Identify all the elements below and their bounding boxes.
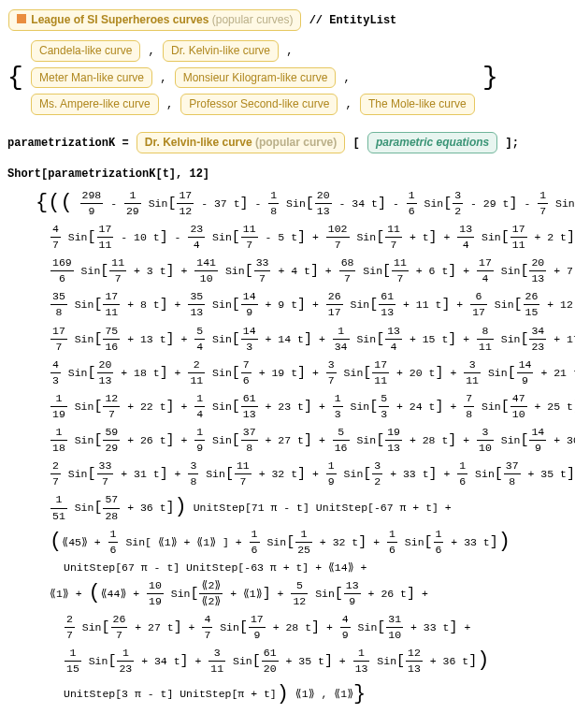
short-call: Short[parametrizationK[t], 12] bbox=[7, 167, 568, 182]
math-line: UnitStep[67 π - t] UnitStep[-63 π + t] +… bbox=[7, 561, 568, 575]
math-line: 47 Sin[1711 - 10 t] - 234 Sin[117 - 5 t]… bbox=[7, 222, 568, 253]
entity-item[interactable]: Dr. Kelvin-like curve bbox=[163, 40, 279, 62]
entity-class-pill[interactable]: League of SI Superheroes curves (popular… bbox=[8, 9, 301, 31]
math-line: {(( 2989 - 129 Sin[1712 - 37 t] - 18 Sin… bbox=[7, 188, 568, 219]
math-line: UnitStep[3 π - t] UnitStep[π + t]) ⟪1⟫ ,… bbox=[7, 680, 568, 709]
math-line: 177 Sin[7516 + 13 t] + 54 Sin[143 + 14 t… bbox=[7, 324, 568, 355]
open-brace: { bbox=[7, 59, 23, 95]
assignment-line: parametrizationK = Dr. Kelvin-like curve… bbox=[7, 130, 568, 155]
math-line: 43 Sin[2013 + 18 t] + 211 Sin[76 + 19 t]… bbox=[7, 357, 568, 388]
math-line: 118 Sin[5929 + 26 t] + 19 Sin[378 + 27 t… bbox=[7, 425, 568, 456]
entity-item[interactable]: Professor Second-like curve bbox=[180, 94, 338, 115]
math-line: 119 Sin[127 + 22 t] + 14 Sin[6113 + 23 t… bbox=[7, 391, 568, 422]
entity-list-suffix: // EntityList bbox=[309, 14, 397, 27]
entity-icon bbox=[17, 14, 26, 23]
entity-class-label: League of SI Superheroes curves bbox=[31, 13, 208, 26]
math-line: 27 Sin[337 + 31 t] + 38 Sin[117 + 32 t] … bbox=[7, 459, 568, 489]
close-brace: } bbox=[482, 59, 498, 95]
math-output: {(( 2989 - 129 Sin[1712 - 37 t] - 18 Sin… bbox=[7, 188, 568, 709]
entity-item[interactable]: The Mole-like curve bbox=[360, 94, 475, 115]
entity-class-paren: (popular curves) bbox=[212, 13, 294, 26]
math-line: 358 Sin[1711 + 8 t] + 3513 Sin[149 + 9 t… bbox=[7, 289, 568, 320]
entity-item[interactable]: Ms. Ampere-like curve bbox=[31, 94, 159, 115]
entity-value-pill[interactable]: Dr. Kelvin-like curve (popular curve) bbox=[137, 132, 345, 153]
entity-list: { Candela-like curve , Dr. Kelvin-like c… bbox=[7, 36, 568, 119]
entity-item[interactable]: Monsieur Kilogram-like curve bbox=[175, 67, 337, 89]
header-row: League of SI Superheroes curves (popular… bbox=[7, 7, 568, 33]
math-line: 115 Sin[123 + 34 t] + 311 Sin[6120 + 35 … bbox=[7, 646, 568, 677]
math-line: (⟪45⟫ + 16 Sin[ ⟪1⟫ + ⟪1⟫ ] + 16 Sin[125… bbox=[7, 527, 568, 558]
entity-item[interactable]: Meter Man-like curve bbox=[31, 67, 152, 89]
property-pill[interactable]: parametric equations bbox=[367, 132, 497, 153]
math-line: 27 Sin[267 + 27 t] + 47 Sin[179 + 28 t] … bbox=[7, 612, 568, 643]
math-line: 1696 Sin[117 + 3 t] + 14110 Sin[337 + 4 … bbox=[7, 255, 568, 286]
math-line: 151 Sin[5728 + 36 t]) UnitStep[71 π - t]… bbox=[7, 492, 568, 523]
var-name: parametrizationK bbox=[7, 137, 115, 150]
math-line: ⟪1⟫ + (⟪44⟫ + 1019 Sin[⟪2⟫⟪2⟫ + ⟪1⟫] + 5… bbox=[7, 578, 568, 609]
entity-item[interactable]: Candela-like curve bbox=[31, 40, 140, 62]
